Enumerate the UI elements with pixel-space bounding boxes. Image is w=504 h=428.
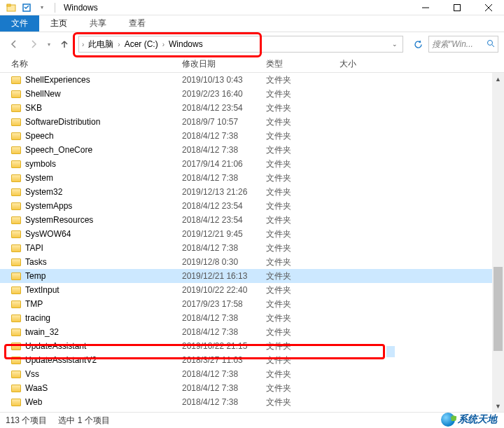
tab-share[interactable]: 共享 bbox=[78, 15, 118, 32]
tab-home[interactable]: 主页 bbox=[39, 15, 78, 32]
file-row[interactable]: TextInput2019/10/22 22:40文件夹 bbox=[0, 283, 504, 297]
file-name: tracing bbox=[25, 313, 50, 323]
folder-icon bbox=[11, 118, 21, 126]
file-row[interactable]: UpdateAssistant2019/10/22 21:15文件夹 bbox=[0, 339, 504, 353]
file-date: 2018/3/27 11:03 bbox=[182, 355, 266, 365]
file-name: Speech_OneCore bbox=[25, 145, 92, 155]
status-selected-count: 选中 1 个项目 bbox=[58, 415, 109, 427]
breadcrumb-item[interactable]: 此电脑 bbox=[85, 39, 116, 50]
folder-icon bbox=[11, 329, 21, 336]
search-input[interactable]: 搜索"Win... bbox=[428, 36, 498, 53]
file-date: 2018/4/12 7:38 bbox=[182, 369, 266, 379]
close-button[interactable] bbox=[472, 0, 504, 15]
folder-icon bbox=[11, 216, 21, 224]
file-type: 文件夹 bbox=[266, 326, 340, 338]
file-row[interactable]: System2018/4/12 7:38文件夹 bbox=[0, 171, 504, 185]
file-row[interactable]: ShellNew2019/2/23 16:40文件夹 bbox=[0, 87, 504, 101]
maximize-button[interactable] bbox=[441, 0, 472, 15]
file-date: 2019/10/22 21:15 bbox=[182, 341, 266, 351]
folder-icon bbox=[11, 315, 21, 322]
folder-icon bbox=[11, 146, 21, 154]
file-type: 文件夹 bbox=[266, 368, 340, 380]
minimize-button[interactable] bbox=[410, 0, 441, 15]
column-date[interactable]: 修改日期 bbox=[182, 58, 266, 70]
file-row[interactable]: UpdateAssistantV22018/3/27 11:03文件夹 bbox=[0, 353, 504, 367]
file-name: Temp bbox=[25, 271, 46, 281]
scroll-down-icon[interactable]: ▼ bbox=[492, 400, 504, 412]
back-button[interactable] bbox=[6, 36, 22, 53]
file-row[interactable]: Speech2018/4/12 7:38文件夹 bbox=[0, 129, 504, 143]
file-row[interactable]: tracing2018/4/12 7:38文件夹 bbox=[0, 311, 504, 325]
column-type[interactable]: 类型 bbox=[266, 58, 340, 70]
file-row[interactable]: SysWOW642019/12/21 9:45文件夹 bbox=[0, 227, 504, 241]
forward-button[interactable] bbox=[25, 36, 42, 53]
folder-icon bbox=[11, 230, 21, 238]
tab-file[interactable]: 文件 bbox=[0, 15, 39, 32]
file-type: 文件夹 bbox=[266, 102, 340, 114]
file-list: ShellExperiences2019/10/13 0:43文件夹ShellN… bbox=[0, 73, 504, 412]
file-row[interactable]: SystemResources2018/4/12 23:54文件夹 bbox=[0, 213, 504, 227]
breadcrumb-item[interactable]: Windows bbox=[166, 39, 206, 49]
file-date: 2018/4/12 7:38 bbox=[182, 383, 266, 393]
qat-dropdown-icon[interactable]: ▾ bbox=[36, 2, 48, 13]
file-type: 文件夹 bbox=[266, 242, 340, 254]
file-type: 文件夹 bbox=[266, 298, 340, 310]
file-type: 文件夹 bbox=[266, 382, 340, 394]
file-row[interactable]: System322019/12/13 21:26文件夹 bbox=[0, 185, 504, 199]
folder-icon bbox=[11, 385, 21, 392]
file-row[interactable]: Temp2019/12/21 16:13文件夹 bbox=[0, 269, 504, 283]
vertical-scrollbar[interactable]: ▲ ▼ bbox=[492, 73, 504, 412]
selection-tail bbox=[386, 346, 395, 357]
scroll-up-icon[interactable]: ▲ bbox=[492, 73, 504, 85]
file-row[interactable]: Speech_OneCore2018/4/12 7:38文件夹 bbox=[0, 143, 504, 157]
folder-icon bbox=[11, 76, 21, 84]
history-dropdown[interactable]: ▾ bbox=[45, 36, 53, 53]
file-name: ShellExperiences bbox=[25, 75, 90, 85]
search-icon bbox=[486, 39, 495, 50]
scroll-thumb[interactable] bbox=[493, 267, 503, 351]
file-type: 文件夹 bbox=[266, 186, 340, 198]
file-row[interactable]: SKB2018/4/12 23:54文件夹 bbox=[0, 101, 504, 115]
file-type: 文件夹 bbox=[266, 312, 340, 324]
column-size[interactable]: 大小 bbox=[340, 58, 382, 70]
file-name: TAPI bbox=[25, 243, 43, 253]
file-date: 2018/4/12 7:38 bbox=[182, 397, 266, 407]
svg-rect-1 bbox=[7, 4, 10, 6]
address-bar[interactable]: › 此电脑 › Acer (C:) › Windows ⌄ bbox=[78, 36, 403, 53]
address-dropdown-icon[interactable]: ⌄ bbox=[388, 41, 401, 48]
file-name: Speech bbox=[25, 131, 54, 141]
file-name: System bbox=[25, 173, 53, 183]
folder-icon bbox=[11, 357, 21, 364]
file-row[interactable]: symbols2017/9/14 21:06文件夹 bbox=[0, 157, 504, 171]
qat-props-icon[interactable] bbox=[21, 2, 32, 13]
file-row[interactable]: Web2018/4/12 7:38文件夹 bbox=[0, 395, 504, 409]
up-button[interactable] bbox=[56, 36, 73, 53]
file-row[interactable]: twain_322018/4/12 7:38文件夹 bbox=[0, 325, 504, 339]
file-row[interactable]: TAPI2018/4/12 7:38文件夹 bbox=[0, 241, 504, 255]
file-row[interactable]: SystemApps2018/4/12 23:54文件夹 bbox=[0, 199, 504, 213]
file-type: 文件夹 bbox=[266, 200, 340, 212]
folder-icon bbox=[11, 104, 21, 112]
folder-icon bbox=[11, 343, 21, 350]
file-type: 文件夹 bbox=[266, 130, 340, 142]
refresh-button[interactable] bbox=[410, 36, 426, 53]
file-date: 2019/12/21 16:13 bbox=[182, 271, 266, 281]
folder-icon bbox=[11, 174, 21, 182]
file-name: Tasks bbox=[25, 257, 47, 267]
chevron-right-icon: › bbox=[161, 41, 166, 48]
file-name: SysWOW64 bbox=[25, 229, 71, 239]
folder-icon bbox=[11, 371, 21, 378]
file-row[interactable]: ShellExperiences2019/10/13 0:43文件夹 bbox=[0, 73, 504, 87]
file-date: 2018/4/12 7:38 bbox=[182, 145, 266, 155]
scroll-track[interactable] bbox=[492, 85, 504, 400]
file-name: Vss bbox=[25, 369, 39, 379]
breadcrumb-item[interactable]: Acer (C:) bbox=[122, 39, 161, 49]
file-row[interactable]: TMP2017/9/23 17:58文件夹 bbox=[0, 297, 504, 311]
tab-view[interactable]: 查看 bbox=[118, 15, 157, 32]
file-row[interactable]: Tasks2019/12/8 0:30文件夹 bbox=[0, 255, 504, 269]
column-name[interactable]: 名称 bbox=[0, 58, 182, 70]
folder-icon bbox=[11, 258, 21, 266]
file-row[interactable]: SoftwareDistribution2018/9/7 10:57文件夹 bbox=[0, 115, 504, 129]
file-row[interactable]: Vss2018/4/12 7:38文件夹 bbox=[0, 367, 504, 381]
file-row[interactable]: WaaS2018/4/12 7:38文件夹 bbox=[0, 381, 504, 395]
